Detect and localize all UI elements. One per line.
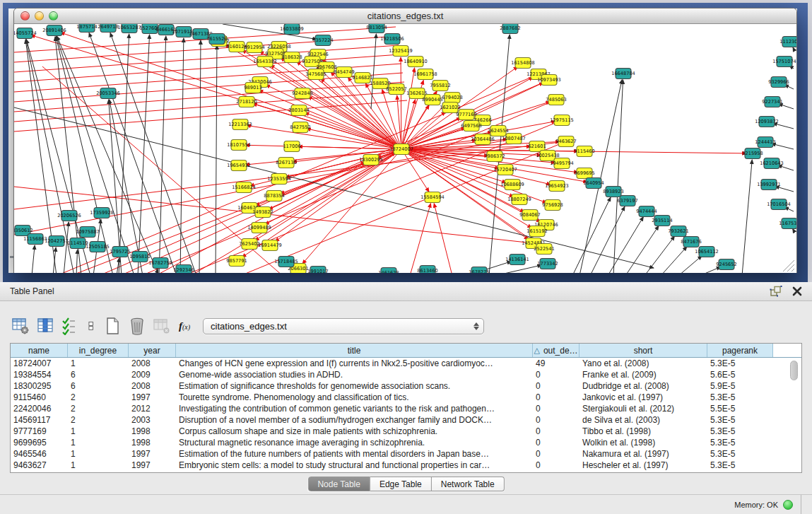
show-columns-icon[interactable] [36,317,54,335]
table-row[interactable]: 911546021997Tourette syndrome. Phenomeno… [11,392,801,403]
graph-node[interactable]: 1795725 [110,247,130,257]
column-header-short[interactable]: short [579,344,707,357]
graph-node[interactable]: 8878354 [264,191,284,201]
table-mode-icon[interactable] [11,317,30,335]
graph-node[interactable]: 6497568 [461,121,481,132]
graph-node[interactable]: 9756928 [542,200,563,211]
graph-node[interactable]: 18107554 [227,140,251,151]
graph-node[interactable]: 1461628 [378,268,399,274]
graph-node[interactable]: 16961758 [413,69,437,80]
graph-node[interactable]: 19218506 [380,34,404,45]
graph-node[interactable]: 1991017 [307,267,328,274]
graph-node[interactable]: 8454749 [334,67,354,78]
column-header-title[interactable]: title [176,344,533,357]
tab-network-table[interactable]: Network Table [432,477,505,491]
graph-node[interactable]: 117006 [283,141,300,152]
graph-node[interactable]: 16154808 [511,58,535,69]
graph-node[interactable]: 2887682 [500,24,520,34]
graph-node[interactable]: 19654923 [545,181,569,192]
graph-node[interactable]: 9242848 [292,88,312,99]
table-scrollbar-thumb[interactable] [790,361,798,380]
graph-node[interactable]: 9463627 [555,136,576,147]
column-header-in_degree[interactable]: in_degree [68,344,129,357]
graph-node[interactable]: 12042757 [45,236,69,247]
column-header-year[interactable]: year [129,344,176,357]
graph-node[interactable]: 9084067 [519,210,540,221]
graph-node[interactable]: 12325419 [389,46,413,57]
graph-node[interactable]: 1292346 [173,265,194,274]
graph-node[interactable]: 18640910 [404,57,428,67]
graph-node[interactable]: 1773342 [537,259,558,269]
float-panel-icon[interactable] [770,286,782,297]
column-header-pagerank[interactable]: pagerank [707,344,773,357]
function-builder-button[interactable]: f(x) [179,320,190,332]
table-row[interactable]: 946554611997Estimation of the future num… [11,448,801,460]
graph-node[interactable]: 9474444 [636,206,657,217]
graph-node[interactable]: 10653287 [117,24,141,33]
graph-node[interactable]: 2803144 [288,105,309,116]
graph-node[interactable]: 13992971 [757,180,781,190]
graph-node[interactable]: 12505185 [86,242,110,252]
graph-node[interactable]: 16033809 [280,24,304,35]
graph-node[interactable]: 12093872 [755,117,779,127]
graph-node[interactable]: 8215958 [742,148,763,159]
graph-node[interactable]: 8471676 [681,237,701,247]
tab-edge-table[interactable]: Edge Table [370,477,432,491]
graph-node[interactable]: 3475685 [305,69,326,80]
network-window[interactable]: citations_edges.txt 18724007766382291601… [13,8,797,273]
graph-node[interactable]: 9857791 [226,256,247,267]
zoom-window-button[interactable] [49,11,58,21]
graph-node[interactable]: 8912954 [244,42,264,53]
graph-node[interactable]: 16210643 [760,158,784,169]
graph-node[interactable]: 8938923 [603,187,623,197]
graph-node[interactable]: 2522541 [534,244,554,255]
delete-table-icon[interactable] [153,317,171,335]
graph-node[interactable]: 12353594 [267,174,291,185]
graph-node[interactable]: 14136141 [505,255,529,265]
clear-selection-icon[interactable] [86,317,97,335]
graph-node[interactable]: 8613460 [417,266,437,274]
graph-node[interactable]: 8427552 [290,122,310,133]
graph-node[interactable]: 15166824 [232,182,256,193]
table-row[interactable]: 946362711997Embryonic stem cells: a mode… [11,460,801,471]
graph-node[interactable]: 9699695 [574,168,594,179]
graph-node[interactable]: 7986372 [484,151,505,162]
graph-node[interactable]: 9245652 [716,259,736,270]
graph-node[interactable]: 9329966 [768,77,789,88]
window-titlebar[interactable]: citations_edges.txt [14,8,796,24]
graph-node[interactable]: 1112304 [779,37,796,47]
delete-column-icon[interactable] [128,317,146,335]
graph-node[interactable]: 10654112 [695,247,719,257]
graph-node[interactable]: 15584594 [420,192,445,203]
table-row[interactable]: 1830029562008Estimation of significance … [11,380,801,392]
graph-node[interactable]: 1244413 [755,137,775,148]
graph-node[interactable]: 8990445 [422,95,442,105]
graph-node[interactable]: 7485063 [546,95,566,105]
graph-node[interactable]: 16648784 [611,69,635,79]
graph-node[interactable]: 989013 [244,83,261,93]
graph-node[interactable]: 20891406 [42,25,66,36]
close-window-button[interactable] [20,11,30,21]
graph-node[interactable]: 1615192 [526,226,547,237]
graph-node[interactable]: 1640954 [583,178,604,189]
column-header-name[interactable]: name [11,344,68,357]
window-resize-grip[interactable] [783,260,794,271]
graph-node[interactable]: 14055724 [14,28,37,39]
minimize-window-button[interactable] [35,11,44,21]
table-row[interactable]: 1938455462009Genome-wide association stu… [11,369,801,380]
graph-node[interactable]: 7615526 [206,34,227,45]
graph-node[interactable]: 7955812 [430,81,450,91]
graph-node[interactable]: 6794028 [442,93,462,103]
graph-node[interactable]: 12213363 [228,119,252,130]
graph-node[interactable]: 1493822 [252,207,273,218]
graph-node[interactable]: 7932621 [668,226,688,237]
table-row[interactable]: 969969511998Structural magnetic resonanc… [11,437,801,448]
graph-node[interactable]: 7625402 [239,239,259,250]
graph-node[interactable]: 2718120 [236,97,257,107]
graph-node[interactable]: 1167531 [779,218,796,229]
graph-node[interactable]: 8522057 [386,84,406,95]
graph-node[interactable]: 16914479 [258,240,282,251]
graph-node[interactable]: 6379197 [617,196,637,206]
column-header-out_de[interactable]: △out_de… [533,344,579,357]
graph-node[interactable]: 10688609 [500,180,524,190]
